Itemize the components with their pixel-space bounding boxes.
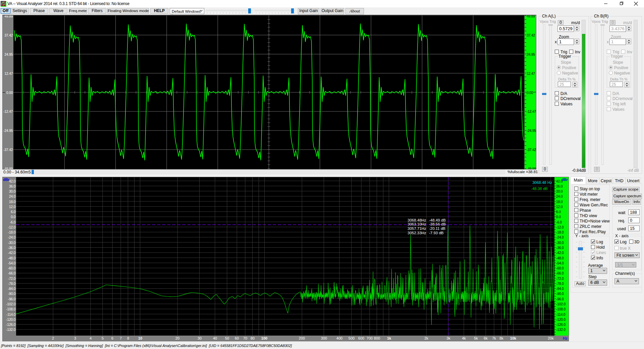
svg-text:3068.48 Hz: 3068.48 Hz [532,181,552,185]
svg-text:-7.93 dB: -7.93 dB [429,231,444,235]
svg-text:-48.38 dB: -48.38 dB [531,187,548,191]
svg-text:-48.49 dB: -48.49 dB [429,218,446,222]
svg-text:3068.48Hz: 3068.48Hz [408,218,426,222]
svg-text:3063.10Hz: 3063.10Hz [408,222,426,226]
svg-text:-20.11 dB: -20.11 dB [429,227,445,231]
svg-text:-38.56 dB: -38.56 dB [429,222,446,226]
svg-text:3052.33Hz: 3052.33Hz [408,231,426,235]
svg-text:3057.71Hz: 3057.71Hz [408,227,426,231]
